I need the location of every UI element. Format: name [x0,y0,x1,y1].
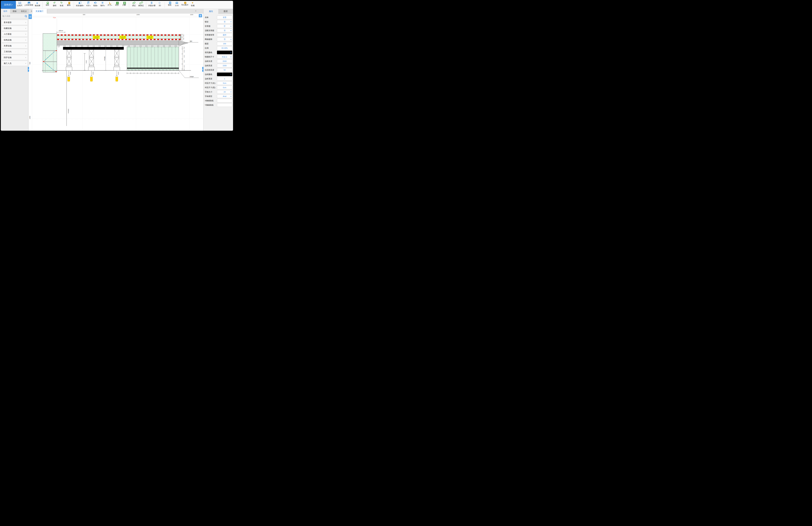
size-button[interactable]: 尺寸 [106,1,113,9]
preview-icon [169,2,171,4]
size-height-field[interactable] [217,86,232,89]
favorite-button[interactable]: 收藏 [189,1,196,9]
prop-row-border-color: 边框颜色 [205,73,232,76]
lattice-column[interactable] [88,50,95,71]
sidebar-item-basic-shapes[interactable]: 基本图形› [2,20,28,25]
tab-layers[interactable]: 图层 [218,9,233,14]
upload-background-button[interactable]: 上传背景图 [24,1,34,9]
toolbar-separator [42,2,43,8]
fit-background-select[interactable]: 否 [217,29,232,32]
view-3d-button[interactable]: 3D [156,1,163,9]
svg-text:90cm: 90cm [176,69,178,70]
sidebar-item-temp-power[interactable]: 临电设施› [2,37,28,43]
safety-drum [90,76,92,81]
more-tabs-icon[interactable]: » [195,10,197,12]
x-guides-field[interactable] [217,99,232,102]
undo-button[interactable]: 撤销 [51,1,58,9]
sidebar-item-construction-workers[interactable]: 施工人员› [2,61,28,66]
girder-beam[interactable] [63,47,124,50]
scale-ruler-button[interactable]: 比例尺 [16,1,24,9]
svg-text:90cm: 90cm [131,69,133,70]
group-button[interactable]: 组合 [113,1,120,9]
sidebar-item-support-facilities[interactable]: 支撑设施› [2,43,28,48]
warning-sign[interactable]: 进入施工现场 请减速慢行 [119,35,126,39]
chevron-right-icon: › [25,33,26,35]
ungroup-button[interactable]: 分解 [120,1,128,9]
canvas-area[interactable]: + 支架施工 » 500 1000 1500 500 1000 ◎ 37px [29,9,203,131]
tab-scaffold-construction[interactable]: 支架施工 [32,9,47,14]
safety-barrier[interactable]: 进入施工现场 请减速慢行 进入施工现场 请减速慢行 进入施工现场 请减速慢行 [57,34,181,40]
tab-properties[interactable]: 属性 [203,9,218,14]
size-ruler-icon [109,2,111,4]
border-color-swatch[interactable] [217,73,232,76]
border-width-field[interactable] [217,77,232,81]
bind-button[interactable]: 绑定 [130,1,137,9]
layer-field[interactable] [217,42,232,45]
tab-components[interactable]: 组件 [1,9,10,14]
grid-snap-select[interactable]: 否 [217,38,232,41]
sidebar-collapse-handle[interactable]: ◀ [28,67,29,72]
background-manage-button[interactable]: 操作 [217,33,232,37]
sidebar-item-temp-facilities[interactable]: 临建设施› [2,26,28,31]
frame-size-select[interactable]: 自定义 [217,55,232,59]
properties-panel: 属性 图层 名称 锁定否 背景图空 适配背景图否 背景图管理操作 网格吸附否 图… [203,9,233,131]
svg-text:请减速慢行: 请减速慢行 [148,38,152,39]
sidebar-item-engineering-structure[interactable]: 工程结构› [2,49,28,54]
prop-row-frame-size: 制图框尺寸自定义 [205,55,232,59]
export-image-button[interactable]: 导出图片 [180,1,189,9]
warning-sign[interactable]: 进入施工现场 请减速慢行 [93,35,100,39]
redo-button[interactable]: 恢复 [58,1,65,9]
svg-text:90cm: 90cm [145,69,147,70]
search-icon[interactable] [25,15,27,17]
build-steps-button[interactable]: 拆建步骤 [147,1,156,9]
props-collapse-handle[interactable]: ▶ [202,67,203,72]
unbind-button[interactable]: 解绑定 [137,1,145,9]
prop-row-x-guides: X轴辅助线 [205,99,232,102]
tab-icons[interactable]: 图标 [10,9,19,14]
mirror-button[interactable]: 镜像 [92,1,99,9]
lattice-column[interactable] [114,50,120,71]
svg-text:90cm: 90cm [159,69,161,70]
triangle-left-icon: ◀ [28,69,29,70]
search-box[interactable]: 输入名称 [1,14,28,19]
align-button[interactable]: 对齐 [85,1,92,9]
font-family-select[interactable]: Arial [217,94,232,98]
border-height-field[interactable] [217,64,232,68]
svg-text:90cm: 90cm [135,69,136,70]
lattice-column[interactable] [66,50,72,71]
distribute-button[interactable]: 散列 [99,1,106,9]
background-image-select[interactable]: 空 [217,24,232,28]
bridge-deck[interactable] [57,41,188,46]
lock-select[interactable]: 否 [217,20,232,24]
preview-button[interactable]: 预览 [166,1,173,9]
name-field[interactable] [217,16,232,19]
upload-background-icon [28,2,30,4]
mesh-wall[interactable]: 90cm90cm 90cm90cm 90cm90cm 90cm90cm 90cm… [127,47,179,71]
file-menu-button[interactable]: 文件(F) ▾ [1,1,16,9]
font-size-select[interactable]: 24 [217,90,232,94]
paste-offset-button[interactable]: 粘贴偏移 [75,1,85,9]
delete-button[interactable]: 删除 [65,1,72,9]
scaffold-drawing[interactable]: 200cm 2000cm [29,16,203,131]
y-guides-field[interactable] [217,103,232,107]
stair-tower[interactable] [43,33,57,72]
scale-field[interactable] [217,46,232,50]
prop-row-background-manage: 背景图管理操作 [205,33,232,37]
svg-text:进入施工现场: 进入施工现场 [147,36,153,37]
border-length-field[interactable] [217,59,232,63]
warning-sign[interactable]: 进入施工现场 请减速慢行 [146,35,153,39]
tab-custom[interactable]: 自定义 [19,9,28,14]
fill-color-swatch[interactable] [217,50,232,54]
cube-3d-icon [158,1,161,4]
svg-text:250cm: 250cm [86,60,87,63]
save-button[interactable]: 保存 [44,1,51,9]
svg-text:90cm: 90cm [148,69,150,70]
print-button[interactable]: 打印 [173,1,180,9]
eraser-button[interactable]: 橡皮擦 [34,1,41,9]
info-height-field[interactable] [217,68,232,72]
prop-row-font-size: 字体大小24 [205,90,232,94]
sidebar-item-protective-facilities[interactable]: 防护设施› [2,55,28,60]
sidebar-item-pedestrian-passage[interactable]: 人行通道› [2,31,28,37]
size-length-field[interactable] [217,81,232,85]
app-window: 文件(F) ▾ 比例尺 上传背景图 橡皮擦 保存 撤销 恢复 删除 粘贴偏移 对… [1,1,233,131]
